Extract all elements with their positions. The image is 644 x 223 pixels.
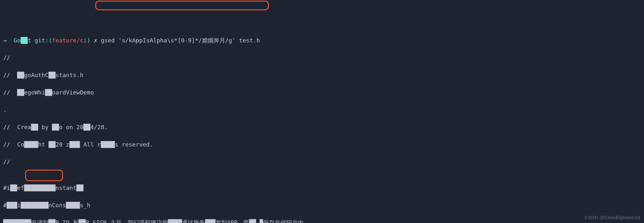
prompt-arrow: →: [3, 37, 7, 44]
prompt-sep: ✗: [94, 37, 97, 44]
output-line: #███i████████nCons████s_h: [3, 201, 641, 210]
command-text: gsed 's/kAppIsAlpha\s*[0-9]*/嫦娥奔月/g' tes…: [101, 37, 260, 44]
output-line: .: [3, 105, 641, 114]
git-label: git:(: [35, 37, 52, 44]
annotation-box-command: [95, 1, 269, 10]
output-line: #i██ef█████████nstant██: [3, 183, 641, 192]
prompt-dir: Go██t: [14, 37, 31, 44]
output-line: // Co████ht ██20 z███ All r████s reserve…: [3, 140, 641, 149]
output-line: //: [3, 53, 641, 62]
prompt-line[interactable]: → Go██t git:(feature/ci) ✗ gsed 's/kAppI…: [3, 36, 641, 45]
git-close: ): [87, 37, 90, 44]
git-branch: feature/ci: [52, 37, 87, 44]
output-line: // ██goAuthC██stants.h: [3, 71, 641, 79]
output-line: ████████申请到██P_ID 和██P_SIGN 之后，我们强烈建议您██…: [3, 218, 641, 223]
watermark: CSDN @ChrisEighteen18: [584, 214, 640, 221]
output-line: // Crea██ by ██o on 20██4/28.: [3, 123, 641, 131]
output-line: // ██egoWhi██oardViewDemo: [3, 88, 641, 97]
annotation-box-define: [25, 170, 63, 181]
output-line: //: [3, 157, 641, 166]
